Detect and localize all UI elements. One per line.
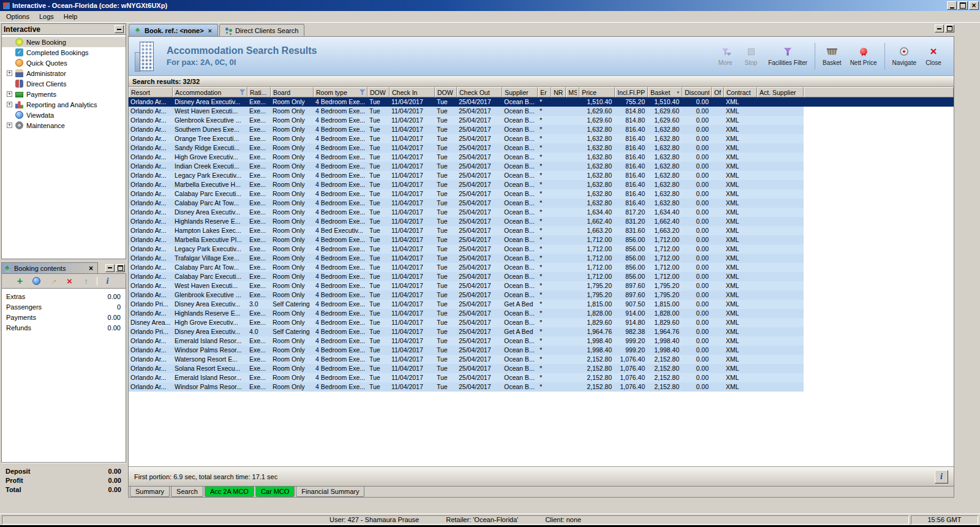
grid-row[interactable]: Orlando Ar...Glenbrook Executive ...Exe.… [129,116,804,125]
menu-item-logs[interactable]: Logs [34,12,59,21]
window-maximize-button[interactable] [958,1,968,10]
grid-row[interactable]: Orlando Ar...Windsor Palms Resor...Exe..… [129,346,804,355]
grid-row[interactable]: Orlando Ar...Watersong Resort E...Exe...… [129,355,804,364]
sidebar-item-completed-bookings[interactable]: Completed Bookings [2,47,126,58]
tool-more[interactable]: More [712,46,738,66]
grid-row[interactable]: Orlando Ar...Hampton Lakes Exec...Exe...… [129,226,804,235]
grid-row[interactable]: Orlando Ar...Windsor Palms Resor...Exe..… [129,382,804,392]
booking-list-item[interactable]: Extras0.00 [2,291,126,301]
grid-row[interactable]: Orlando Pri...Disney Area Executiv...4.0… [129,327,804,336]
grid-row[interactable]: Orlando Ar...Southern Dunes Exe...Exe...… [129,125,804,134]
column-header-room-type[interactable]: Room type [314,87,368,97]
booking-panel-minimize-button[interactable] [105,264,115,272]
add-button[interactable] [14,276,26,287]
grid-row[interactable]: Orlando Ar...Disney Area Executiv...Exe.… [129,97,954,107]
column-header-dow[interactable]: DOW [435,87,457,97]
grid-row[interactable]: Orlando Ar...West Haven Executi...Exe...… [129,281,804,290]
grid-row[interactable]: Orlando Ar...Calabay Parc Executi...Exe.… [129,272,804,281]
tool-nett-price[interactable]: Nett Price [846,46,881,66]
column-header-board[interactable]: Board [271,87,314,97]
grid-row[interactable]: Orlando Ar...Legacy Park Executiv...Exe.… [129,245,804,254]
column-header-accommodation[interactable]: Accommodation [173,87,247,97]
mdi-minimize-button[interactable] [935,25,944,32]
column-header-discount[interactable]: Discount [682,87,712,97]
booking-contents-caption[interactable]: Booking contents [1,262,98,273]
sidebar-item-administrator[interactable]: Administrator [2,68,126,78]
menu-item-options[interactable]: Options [1,12,34,21]
sidebar-item-payments[interactable]: Payments [2,89,126,99]
grid-row[interactable]: Orlando Ar...Indian Creek Executi...Exe.… [129,162,804,171]
column-header-of[interactable]: Of [712,87,724,97]
sidebar-item-reporting-and-analytics[interactable]: Reporting and Analytics [2,99,126,110]
tool-basket[interactable]: Basket [818,46,846,66]
tool-navigate[interactable]: Navigate [888,46,921,66]
column-header-rati[interactable]: Rati... [247,87,271,97]
move-up-button[interactable] [80,276,92,287]
expand-icon[interactable] [7,123,12,128]
mdi-restore-button[interactable] [945,25,954,32]
world-button[interactable] [31,276,43,287]
expand-icon[interactable] [7,102,12,107]
filter-icon[interactable] [239,89,245,95]
expand-icon[interactable] [7,70,12,76]
grid-row[interactable]: Orlando Ar...Emerald Island Resor...Exe.… [129,336,804,346]
panel-collapse-button[interactable] [115,25,124,33]
filter-icon[interactable] [360,89,365,95]
sidebar-item-maintenance[interactable]: Maintenance [2,120,126,131]
info-button[interactable]: i [935,470,948,483]
menu-item-help[interactable]: Help [59,12,83,21]
grid-row[interactable]: Orlando Ar...Emerald Island Resor...Exe.… [129,373,804,382]
grid-row[interactable]: Orlando Ar...Orange Tree Executi...Exe..… [129,134,804,143]
column-header-incl-fl-pp[interactable]: Incl.Fl.PP [615,87,648,97]
tab-direct-clients-search[interactable]: Direct Clients Search [219,24,304,36]
delete-button[interactable] [64,276,76,287]
tab-book-ref-none[interactable]: Book. ref.: <none> [129,24,218,36]
grid-row[interactable]: Orlando Ar...Calabay Parc At Tow...Exe..… [129,199,804,208]
tool-stop[interactable]: Stop [738,46,764,66]
grid-row[interactable]: Disney Area...High Grove Executiv...Exe.… [129,318,804,327]
grid-row[interactable]: Orlando Ar...West Haven Executi...Exe...… [129,107,804,116]
window-minimize-button[interactable] [947,1,957,10]
tab-close-icon[interactable] [208,27,212,34]
bottom-tab-acc-2a-mco[interactable]: Acc 2A MCO [205,487,254,497]
grid-row[interactable]: Orlando Ar...Disney Area Executiv...Exe.… [129,208,804,217]
column-header-resort[interactable]: Resort [129,87,173,97]
bottom-tab-summary[interactable]: Summary [130,487,170,497]
sidebar-item-quick-quotes[interactable]: Quick Quotes [2,58,126,68]
booking-info-button[interactable] [102,276,114,287]
booking-panel-restore-button[interactable] [116,264,125,272]
sidebar-item-new-booking[interactable]: New Booking [2,37,126,47]
column-header-act-supplier[interactable]: Act. Supplier [757,87,804,97]
grid-row[interactable]: Orlando Ar...Glenbrook Executive ...Exe.… [129,290,804,300]
grid-row[interactable]: Orlando Ar...High Grove Executiv...Exe..… [129,153,804,162]
grid-row[interactable]: Orlando Pri...Disney Area Executiv...3.0… [129,300,804,309]
grid-row[interactable]: Orlando Ar...Legacy Park Executiv...Exe.… [129,171,804,180]
grid-row[interactable]: Orlando Ar...Sandy Ridge Executi...Exe..… [129,143,804,153]
grid-row[interactable]: Orlando Ar...Calabay Parc Executi...Exe.… [129,189,804,199]
booking-panel-close-icon[interactable] [87,264,95,272]
transfer-button[interactable] [47,276,59,287]
column-header-nr[interactable]: NR [551,87,566,97]
booking-list-item[interactable]: Refunds0.00 [2,322,126,333]
column-header-check-in[interactable]: Check In [390,87,435,97]
grid-row[interactable]: Orlando Ar...Highlands Reserve E...Exe..… [129,217,804,226]
grid-row[interactable]: Orlando Ar...Highlands Reserve E...Exe..… [129,309,804,318]
grid-row[interactable]: Orlando Ar...Calabay Parc At Tow...Exe..… [129,263,804,272]
bottom-tab-search[interactable]: Search [171,487,203,497]
sidebar-item-direct-clients[interactable]: Direct Clients [2,78,126,89]
booking-list-item[interactable]: Passengers0 [2,301,126,312]
column-header-er[interactable]: Er [538,87,551,97]
bottom-tab-financial-summary[interactable]: Financial Summary [296,487,364,497]
column-header-dow[interactable]: DOW [368,87,390,97]
grid-row[interactable]: Orlando Ar...Marbella Executive Pl...Exe… [129,235,804,245]
sidebar-item-viewdata[interactable]: Viewdata [2,110,126,120]
tool-close[interactable]: Close [921,46,946,66]
column-header-supplier[interactable]: Supplier [502,87,538,97]
column-header-price[interactable]: Price [579,87,615,97]
bottom-tab-car-mco[interactable]: Car MCO [255,487,295,497]
window-close-button[interactable] [969,1,979,10]
grid-row[interactable]: Orlando Ar...Marbella Executive H...Exe.… [129,180,804,189]
tool-facilities-filter[interactable]: Facilities Filter [764,46,812,66]
column-header-check-out[interactable]: Check Out [457,87,502,97]
expand-icon[interactable] [7,91,12,97]
